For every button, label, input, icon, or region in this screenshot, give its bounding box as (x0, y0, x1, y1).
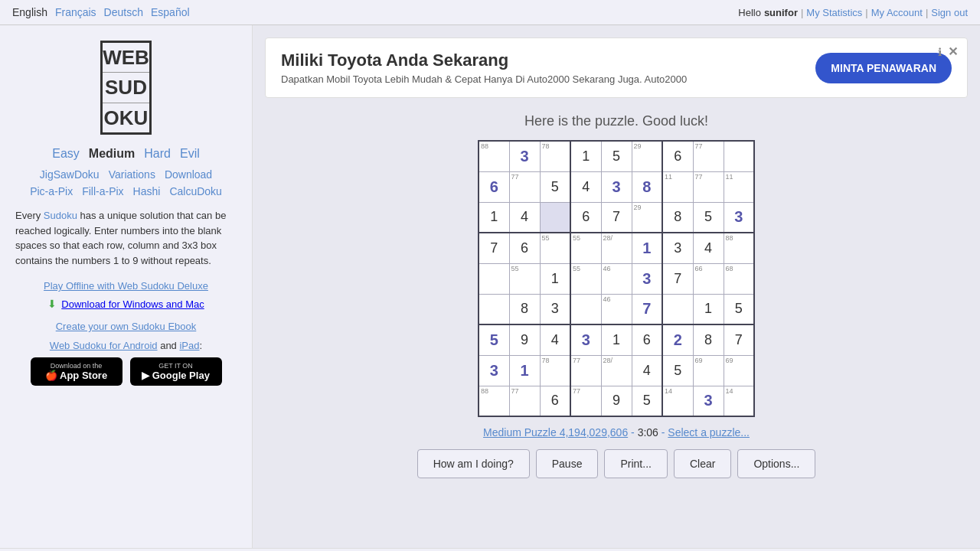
cell-pencil-mark: 77 (511, 173, 519, 181)
difficulty-medium[interactable]: Medium (89, 147, 135, 161)
jigsawdoku-link[interactable]: JigSawDoku (40, 168, 100, 181)
cell-pencil-mark: 11 (665, 173, 672, 181)
cell-given-value: 1 (612, 332, 620, 347)
table-row: 69 (693, 355, 724, 386)
cell-user-value: 7 (642, 300, 651, 317)
cell-given-value: 1 (582, 148, 590, 164)
clear-button[interactable]: Clear (674, 449, 731, 478)
my-account-link[interactable]: My Account (871, 7, 923, 18)
table-row: 69 (724, 355, 754, 386)
apple-store-badge[interactable]: Download on the 🍎 App Store (31, 357, 122, 386)
sudoku-link[interactable]: Sudoku (44, 210, 77, 221)
table-row: 77 (693, 141, 724, 171)
table-row: 7 (601, 202, 632, 233)
cell-user-value: 3 (520, 148, 528, 165)
ad-controls: ℹ ✕ (938, 44, 958, 59)
options-button[interactable]: Options... (737, 449, 815, 478)
top-nav: English Français Deutsch Español Hello s… (0, 0, 980, 25)
download-link[interactable]: Download (165, 168, 212, 181)
download-promo-link[interactable]: Download for Windows and Mac (61, 298, 204, 310)
cell-given-value: 6 (582, 209, 590, 224)
cell-given-value: 4 (521, 209, 528, 224)
table-row: 78 (540, 355, 570, 386)
ad-info-icon[interactable]: ℹ (938, 46, 942, 58)
cell-pencil-mark: 77 (511, 387, 519, 395)
cell-user-value: 3 (704, 392, 712, 409)
lang-english[interactable]: English (12, 6, 47, 18)
cell-user-value: 8 (642, 178, 651, 195)
difficulty-hard[interactable]: Hard (144, 147, 171, 161)
cell-given-value: 9 (612, 393, 620, 408)
ad-cta-button[interactable]: MINTA PENAWARAN (815, 53, 952, 83)
cell-pencil-mark: 55 (573, 265, 580, 272)
table-row: 3 (632, 263, 662, 294)
ad-title: Miliki Toyota Anda Sekarang (281, 51, 687, 70)
table-row[interactable] (540, 202, 570, 233)
download-icon: ⬇ (47, 298, 57, 310)
cell-given-value: 6 (674, 148, 681, 164)
sign-out-link[interactable]: Sign out (931, 7, 968, 18)
select-puzzle-link[interactable]: Select a puzzle... (668, 426, 750, 439)
table-row (479, 263, 509, 294)
difficulty-evil[interactable]: Evil (180, 147, 200, 161)
ebook-link[interactable]: Create your own Sudoku Ebook (15, 321, 237, 332)
table-row: 28/ (601, 233, 632, 263)
variations-link[interactable]: Variations (109, 168, 155, 181)
cell-given-value: 6 (521, 240, 528, 256)
table-row: 5 (693, 202, 724, 233)
ad-banner: ℹ ✕ Miliki Toyota Anda Sekarang Dapatkan… (265, 37, 968, 98)
table-row: 11 (724, 171, 754, 202)
table-row: 1 (509, 355, 540, 386)
cell-pencil-mark: 77 (695, 173, 703, 181)
cell-given-value: 4 (643, 363, 651, 378)
print-button[interactable]: Print... (604, 449, 667, 478)
table-row: 46 (601, 294, 632, 324)
lang-spanish[interactable]: Español (151, 6, 190, 18)
table-row: 5 (479, 324, 509, 355)
table-row: 7 (632, 294, 662, 324)
cell-pencil-mark: 77 (573, 357, 580, 364)
table-row: 5 (601, 141, 632, 171)
cell-given-value: 9 (521, 332, 528, 347)
table-row: 77 (693, 171, 724, 202)
hashi-link[interactable]: Hashi (133, 185, 161, 197)
cell-pencil-mark: 88 (481, 142, 488, 150)
store-badges: Download on the 🍎 App Store GET IT ON ▶ … (15, 357, 237, 386)
cell-pencil-mark: 29 (634, 142, 642, 150)
cell-given-value: 3 (674, 240, 681, 256)
cell-user-value: 1 (520, 362, 528, 379)
table-row: 66 (693, 263, 724, 294)
my-statistics-link[interactable]: My Statistics (806, 7, 862, 18)
cell-given-value: 5 (643, 393, 651, 408)
logo: WEB SUD OKU (15, 41, 237, 135)
deluxe-promo-link[interactable]: Play Offline with Web Sudoku Deluxe (15, 280, 237, 292)
google-play-badge[interactable]: GET IT ON ▶ Google Play (130, 357, 222, 386)
ad-close-icon[interactable]: ✕ (948, 44, 958, 59)
table-row: 1 (632, 233, 662, 263)
puzzle-select-link[interactable]: Medium Puzzle 4,194,029,606 (483, 426, 628, 439)
ipad-link[interactable]: iPad (179, 340, 199, 351)
table-row: 1 (570, 141, 601, 171)
sidebar: WEB SUD OKU Easy Medium Hard Evil JigSaw… (0, 25, 253, 548)
cell-given-value: 8 (521, 301, 528, 316)
lang-german[interactable]: Deutsch (104, 6, 143, 18)
subnav1: JigSawDoku Variations Download (15, 168, 237, 181)
table-row: 11 (662, 171, 693, 202)
cell-user-value: 3 (612, 178, 620, 195)
cell-pencil-mark: 78 (542, 357, 550, 364)
ad-body: Dapatkan Mobil Toyota Lebih Mudah & Cepa… (281, 73, 687, 85)
difficulty-easy[interactable]: Easy (52, 147, 80, 161)
android-link[interactable]: Web Sudoku for Android (50, 340, 158, 351)
table-row: 4 (509, 202, 540, 233)
cell-pencil-mark: 69 (726, 357, 733, 364)
table-row: 5 (540, 171, 570, 202)
picapix-link[interactable]: Pic-a-Pix (30, 185, 73, 197)
calcudoku-link[interactable]: CalcuDoku (169, 185, 221, 197)
lang-french[interactable]: Français (55, 6, 96, 18)
fillapix-link[interactable]: Fill-a-Pix (82, 185, 123, 197)
table-row: 3 (540, 294, 570, 324)
pause-button[interactable]: Pause (536, 449, 599, 478)
cell-given-value: 1 (551, 271, 559, 286)
cell-given-value: 5 (735, 301, 743, 316)
how-am-i-doing-button[interactable]: How am I doing? (417, 449, 530, 478)
